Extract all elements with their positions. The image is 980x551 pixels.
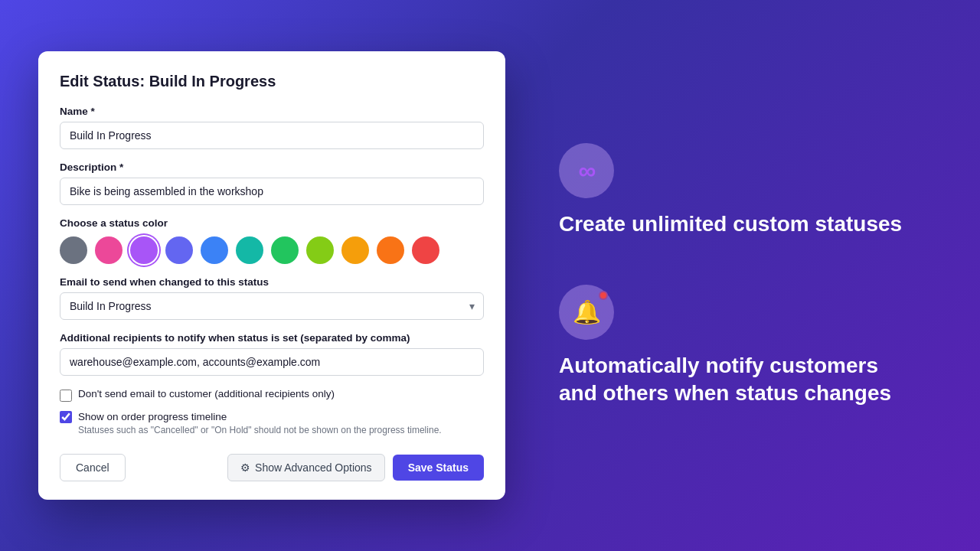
email-select[interactable]: Build In Progress xyxy=(60,292,484,320)
color-swatch-blue[interactable] xyxy=(201,236,228,264)
feature-card-notify: 🔔 Automatically notify customers and oth… xyxy=(559,285,934,408)
feature-icon-wrap-unlimited: ∞ xyxy=(559,143,614,198)
checkbox2-label: Show on order progress timeline xyxy=(78,411,227,422)
description-field-group: Description * xyxy=(60,161,484,205)
modal-title: Edit Status: Build In Progress xyxy=(60,73,484,90)
save-status-button[interactable]: Save Status xyxy=(393,455,484,481)
description-input[interactable] xyxy=(60,178,484,205)
color-swatch-gray[interactable] xyxy=(60,236,87,264)
bell-icon: 🔔 xyxy=(573,298,601,325)
name-field-group: Name * xyxy=(60,106,484,149)
color-swatches xyxy=(60,236,484,264)
feature-text-unlimited: Create unlimited custom statuses xyxy=(559,210,902,238)
right-panel: ∞ Create unlimited custom statuses 🔔 Aut… xyxy=(544,0,980,551)
left-panel: Edit Status: Build In Progress Name * De… xyxy=(0,0,544,551)
infinity-icon: ∞ xyxy=(579,157,595,185)
description-label: Description * xyxy=(60,161,484,173)
feature-card-unlimited: ∞ Create unlimited custom statuses xyxy=(559,143,934,238)
color-picker-section: Choose a status color xyxy=(60,217,484,264)
color-swatch-teal[interactable] xyxy=(236,236,263,264)
name-label: Name * xyxy=(60,106,484,117)
advanced-options-button[interactable]: ⚙ Show Advanced Options xyxy=(227,454,385,481)
color-picker-label: Choose a status color xyxy=(60,217,484,229)
color-swatch-indigo[interactable] xyxy=(165,236,193,264)
modal-footer: Cancel ⚙ Show Advanced Options Save Stat… xyxy=(60,451,484,481)
color-swatch-purple[interactable] xyxy=(130,236,158,264)
color-swatch-lime[interactable] xyxy=(306,236,334,264)
email-select-wrapper: Build In Progress ▾ xyxy=(60,292,484,320)
color-swatch-red[interactable] xyxy=(412,236,439,264)
sliders-icon: ⚙ xyxy=(240,461,250,474)
recipients-input[interactable] xyxy=(60,348,484,376)
recipients-field-group: Additional recipients to notify when sta… xyxy=(60,332,484,376)
checkbox1-row: Don't send email to customer (additional… xyxy=(60,388,484,402)
color-swatch-orange[interactable] xyxy=(377,236,404,264)
recipients-label: Additional recipients to notify when sta… xyxy=(60,332,484,344)
checkbox1-label: Don't send email to customer (additional… xyxy=(78,388,335,399)
cancel-button[interactable]: Cancel xyxy=(60,454,126,481)
checkbox2-row: Show on order progress timeline Statuses… xyxy=(60,409,484,435)
checkbox2-hint: Statuses such as "Cancelled" or "On Hold… xyxy=(78,425,442,435)
footer-right: ⚙ Show Advanced Options Save Status xyxy=(227,454,484,481)
email-field-group: Email to send when changed to this statu… xyxy=(60,276,484,320)
checkbox2-content: Show on order progress timeline Statuses… xyxy=(78,409,442,435)
color-swatch-pink[interactable] xyxy=(95,236,122,264)
name-input[interactable] xyxy=(60,122,484,149)
edit-status-modal: Edit Status: Build In Progress Name * De… xyxy=(38,51,505,500)
color-swatch-green[interactable] xyxy=(271,236,299,264)
notification-dot xyxy=(599,291,608,300)
no-customer-email-checkbox[interactable] xyxy=(60,390,72,402)
email-label: Email to send when changed to this statu… xyxy=(60,276,484,288)
color-swatch-yellow[interactable] xyxy=(341,236,369,264)
feature-text-notify: Automatically notify customers and other… xyxy=(559,352,911,408)
advanced-options-label: Show Advanced Options xyxy=(255,461,372,474)
show-on-timeline-checkbox[interactable] xyxy=(60,411,72,423)
feature-icon-wrap-notify: 🔔 xyxy=(559,285,614,340)
